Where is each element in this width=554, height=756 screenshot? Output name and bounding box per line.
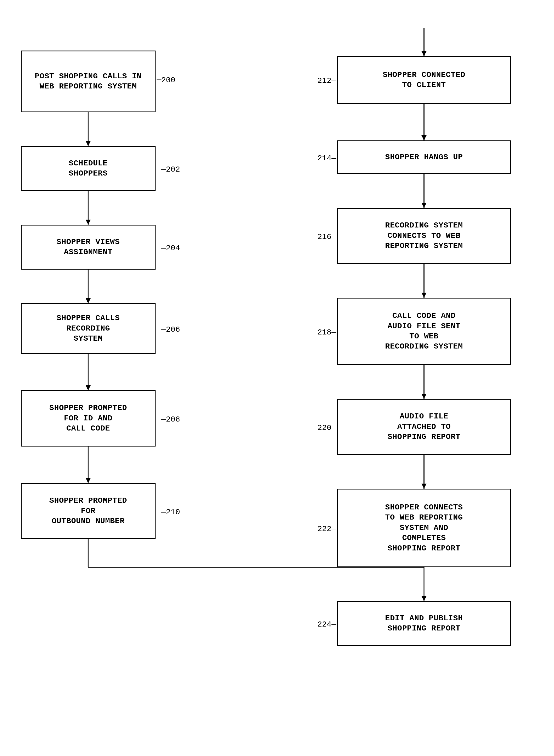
ref-224: 224— [317,620,336,629]
svg-marker-16 [422,136,427,141]
ref-218: 218— [317,328,336,337]
ref-212: 212— [317,76,336,85]
svg-marker-22 [422,394,427,399]
svg-marker-5 [86,298,91,303]
ref-208: —208 [161,415,180,424]
svg-marker-24 [422,484,427,489]
box-216: RECORDING SYSTEMCONNECTS TO WEBREPORTING… [337,208,511,264]
box-202: SCHEDULESHOPPERS [21,146,156,191]
box-224: EDIT AND PUBLISHSHOPPING REPORT [337,601,511,646]
ref-216: 216— [317,232,336,241]
ref-222: 222— [317,525,336,533]
box-210: SHOPPER PROMPTEDFOROUTBOUND NUMBER [21,483,156,539]
svg-marker-26 [422,596,427,601]
svg-marker-9 [86,478,91,483]
svg-marker-1 [86,141,91,146]
box-206: SHOPPER CALLSRECORDINGSYSTEM [21,303,156,354]
svg-marker-18 [422,203,427,208]
box-220: AUDIO FILEATTACHED TOSHOPPING REPORT [337,399,511,455]
ref-202: —202 [161,165,180,174]
box-214: SHOPPER HANGS UP [337,141,511,174]
box-200: POST SHOPPING CALLS IN WEB REPORTING SYS… [21,51,156,112]
box-212: SHOPPER CONNECTEDTO CLIENT [337,56,511,104]
box-204: SHOPPER VIEWSASSIGNMENT [21,225,156,270]
diagram-container: POST SHOPPING CALLS IN WEB REPORTING SYS… [0,0,554,756]
ref-220: 220— [317,424,336,432]
ref-206: —206 [161,325,180,334]
ref-210: —210 [161,508,180,517]
svg-marker-3 [86,220,91,225]
svg-marker-7 [86,385,91,390]
box-222: SHOPPER CONNECTSTO WEB REPORTINGSYSTEM A… [337,489,511,567]
ref-204: —204 [161,244,180,253]
ref-200: 200 [161,76,175,85]
svg-marker-20 [422,292,427,298]
svg-marker-14 [422,51,427,56]
box-218: CALL CODE ANDAUDIO FILE SENTTO WEBRECORD… [337,298,511,365]
ref-214: 214— [317,154,336,163]
box-208: SHOPPER PROMPTEDFOR ID ANDCALL CODE [21,390,156,446]
